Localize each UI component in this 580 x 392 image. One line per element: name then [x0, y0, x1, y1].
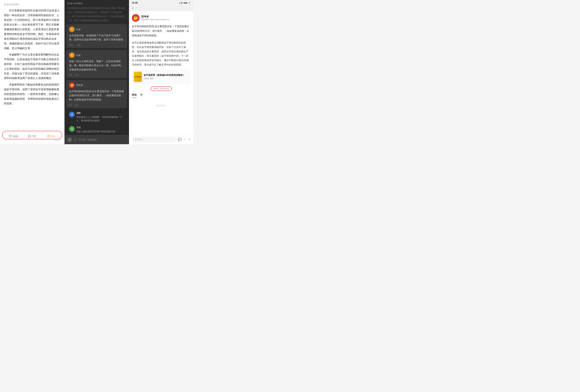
mid-bg-text: 对文章阐述的思想作出疑问/回答式反应是人类的一种自然反应，没有国籍和民族的区别。…: [66, 6, 127, 24]
main-note: 金字塔结构组织思想:由主要思想开始→下层思想通过疑问/回答的方式，进行展开。→如…: [132, 24, 190, 38]
gongy-name: 龚毅: [76, 112, 124, 115]
left-breadcrumb: 第1篇 表达的逻辑: [4, 3, 60, 6]
avatar-kele: 可: [69, 126, 75, 132]
author-avatar: 🤔: [132, 14, 140, 22]
share-action[interactable]: 813: [42, 135, 60, 138]
comment-text-3: 金字塔结构组织思想:由主要思想开始→下层思想通过疑问/回答的方式，进行展开。→如…: [69, 89, 124, 102]
bottom-like-icon[interactable]: ♡: [183, 137, 186, 141]
bottom-share-icon[interactable]: ↗: [188, 137, 190, 141]
mid-breadcrumb: 第1篇 表达的逻辑: [64, 0, 129, 6]
bottom-comment-icon[interactable]: 💬: [178, 137, 181, 141]
comment-reply-2[interactable]: [75, 74, 78, 76]
publish-date: 发表于 2018/3/31: [151, 86, 172, 91]
battery-icon: 🔋: [188, 1, 190, 4]
like-count: 1626: [13, 135, 18, 138]
no-comment-text: 暂无评论: [132, 101, 190, 111]
right-content: 🤔 思考者 我的博客:https://sykent.github.io/ 金字塔…: [129, 11, 193, 135]
comment-input[interactable]: 发表评论...: [132, 137, 176, 142]
comment-actions-3: [69, 104, 124, 106]
comment-like-2[interactable]: [69, 74, 72, 76]
share-count: 813: [51, 135, 55, 138]
comment-header-1: 征 征途: [69, 26, 124, 32]
like-action[interactable]: 1626: [4, 135, 23, 138]
comment-text-1: 这句话很关键，给我指明了不光只是学习沟通方面，还有在生活处理琐事方面，提供了思考…: [69, 34, 124, 42]
mid-input-bar: ✕ 写下这一刻的想法...: [64, 135, 129, 144]
comment-card-2: 征 征途 表述一些让大家听进去，理解了，记住的东西很难，看一看是否能够让受众心头…: [66, 50, 127, 78]
right-bottom-bar: 发表评论... 💬 ♡ ↗: [129, 135, 193, 144]
tabs-row: 评论 赞: [132, 94, 190, 98]
tab-comments[interactable]: 评论: [132, 94, 137, 98]
comment-card-3: 🤔 思考者 金字塔结构组织思想:由主要思想开始→下层思想通过疑问/回答的方式，进…: [66, 80, 127, 108]
wifi-icon: ▶: [181, 1, 183, 4]
book-info: 金字塔原理（麦肯锡40年经典培训教材） 芭芭拉·明托: [144, 74, 185, 80]
sub-note: 你可以很容易地使受众理解用金字塔结构组织的思想：先从金字塔的最顶端开始，沿各个分…: [132, 41, 190, 67]
comment-text-2: 表述一些让大家听进去，理解了，记住的东西很难，看一看是否能够让受众心头一震，引起…: [69, 59, 124, 72]
bottom-comment-gongy: 龚 龚毅 其实基本上人人都需要，尤其是职场的每一个人。基本的职业化素养。: [66, 110, 127, 124]
comment-header-3: 🤔 思考者: [69, 82, 124, 88]
commenter-name-1: 征途: [76, 28, 81, 31]
status-time: 10:48: [132, 1, 138, 4]
avatar-c3: 🤔: [69, 82, 75, 88]
book-title: 金字塔原理（麦肯锡40年经典培训教材）: [144, 74, 185, 77]
left-body: 对文章阐述的思想作出疑问/回答式反应是人类的一种自然反应，没有国籍和民族的区别。…: [4, 8, 60, 130]
right-panel: 10:48 ● ▶ ■■■ 🔋 ‹ 🤔 思考者 我的博客:https://syk…: [129, 0, 193, 144]
comment-like-1[interactable]: 1: [69, 44, 74, 46]
mid-scroll-area[interactable]: 对文章阐述的思想作出疑问/回答式反应是人类的一种自然反应，没有国籍和民族的区别。…: [64, 6, 129, 135]
comment-count: 767: [32, 135, 36, 138]
book-cover: 金字塔原理: [134, 72, 142, 82]
comment-like-3[interactable]: [69, 104, 72, 106]
network-icon: ●: [179, 2, 180, 4]
right-nav: ‹: [129, 5, 193, 11]
publish-date-row: 发表于 2018/3/31: [132, 86, 190, 91]
comment-reply-3[interactable]: [75, 104, 78, 106]
author-name: 思考者: [141, 15, 169, 18]
comment-card-1: 征 征途 这句话很关键，给我指明了不光只是学习沟通方面，还有在生活处理琐事方面，…: [66, 24, 127, 48]
kele-text: 很多人难以提高写作能力和进话能力的: [76, 130, 115, 133]
back-button[interactable]: ‹: [132, 6, 133, 10]
comment-icon: [74, 138, 77, 141]
avatar-gongy: 龚: [69, 112, 75, 117]
comment-action[interactable]: 767: [23, 135, 41, 138]
close-button[interactable]: ✕: [67, 137, 72, 142]
avatar-c1: 征: [69, 26, 75, 32]
comment-header-2: 征 征途: [69, 52, 124, 58]
signal-icon: ■■■: [184, 2, 187, 4]
comment-like-count-1: 1: [73, 44, 74, 46]
author-blog: 我的博客:https://sykent.github.io/: [141, 18, 169, 21]
avatar-c2: 征: [69, 52, 75, 58]
page-indicator: 17 / 414: [4, 139, 60, 141]
comment-actions-1: 1: [69, 44, 124, 46]
gongy-text: 其实基本上人人都需要，尤其是职场的每一个人。基本的职业化素养。: [76, 115, 124, 123]
bottom-comment-kele: 可 可乐 很多人难以提高写作能力和进话能力的: [66, 124, 127, 135]
book-card[interactable]: 金字塔原理 金字塔原理（麦肯锡40年经典培训教材） 芭芭拉·明托: [132, 70, 190, 84]
left-para-2: 本篇解释了为什么受众最容易理解和记住金字塔结构，以及组成金字塔的子结构之间如何互…: [4, 52, 60, 81]
left-para-1: 对文章阐述的思想作出疑问/回答式反应是人类的一种自然反应，没有国籍和民族的区别。…: [4, 8, 60, 51]
commenter-name-2: 征途: [76, 54, 81, 57]
comment-actions-2: [69, 74, 124, 76]
book-author: 芭芭拉·明托: [144, 77, 185, 80]
commenter-name-3: 思考者: [76, 84, 83, 87]
left-para-3: 本篇将帮助你了解如何将要表达的思想组织成金字塔结构，说明了使用金字塔原理能够检查…: [4, 82, 60, 106]
tab-likes[interactable]: 赞: [140, 94, 143, 98]
kele-name: 可乐: [76, 126, 115, 129]
mid-panel: 第1篇 表达的逻辑 对文章阐述的思想作出疑问/回答式反应是人类的一种自然反应，没…: [64, 0, 129, 144]
left-footer: 1626 767 813: [4, 132, 60, 138]
status-icons: ● ▶ ■■■ 🔋: [179, 1, 190, 4]
mid-input-placeholder[interactable]: 写下这一刻的想法...: [79, 138, 126, 141]
status-bar: 10:48 ● ▶ ■■■ 🔋: [129, 0, 193, 5]
author-info: 思考者 我的博客:https://sykent.github.io/: [141, 15, 169, 21]
author-row: 🤔 思考者 我的博客:https://sykent.github.io/: [132, 14, 190, 22]
comment-reply-1[interactable]: [77, 44, 80, 46]
left-panel: 第1篇 表达的逻辑 对文章阐述的思想作出疑问/回答式反应是人类的一种自然反应，没…: [0, 0, 64, 144]
